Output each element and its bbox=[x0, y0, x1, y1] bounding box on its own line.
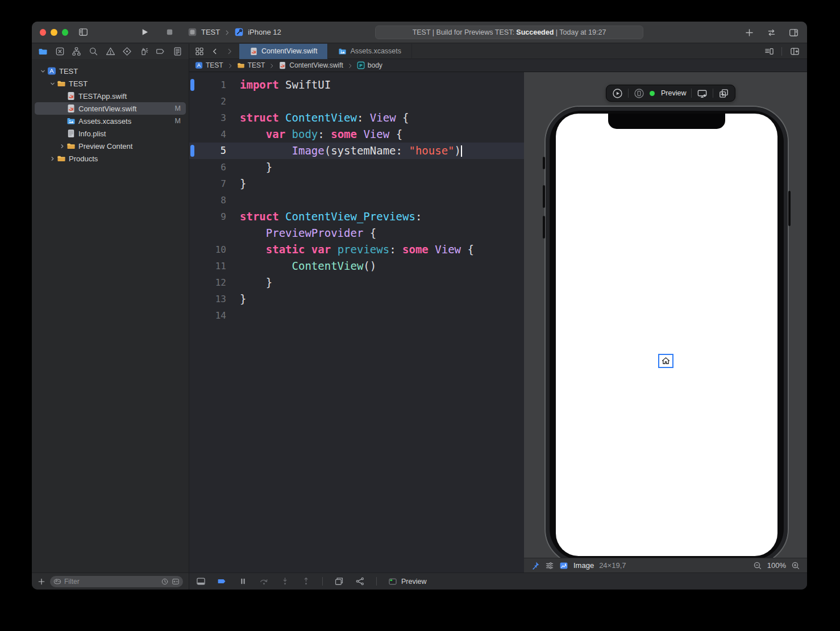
zoom-window-button[interactable] bbox=[62, 29, 68, 36]
jumpbar-item[interactable]: TEST bbox=[248, 61, 265, 69]
related-items-grid-icon[interactable] bbox=[195, 47, 204, 56]
line-number[interactable]: 6 bbox=[196, 159, 226, 175]
project-navigator-icon[interactable] bbox=[38, 47, 48, 56]
line-number[interactable]: 5 bbox=[196, 143, 226, 159]
source-control-filter-icon[interactable] bbox=[172, 578, 180, 586]
editor-options-icon[interactable] bbox=[763, 45, 775, 57]
run-button[interactable] bbox=[139, 27, 150, 38]
symbol-navigator-icon[interactable] bbox=[72, 47, 81, 56]
add-editor-icon[interactable] bbox=[789, 45, 800, 57]
code-text[interactable]: struct ContentView_Previews: bbox=[226, 208, 422, 225]
disclosure-open-icon[interactable] bbox=[39, 67, 47, 75]
code-line-13[interactable]: 13} bbox=[189, 291, 524, 307]
recent-clock-icon[interactable] bbox=[161, 578, 169, 586]
test-navigator-icon[interactable] bbox=[122, 47, 132, 56]
forward-chevron-icon[interactable] bbox=[226, 47, 234, 55]
source-editor[interactable]: 1import SwiftUI23struct ContentView: Vie… bbox=[189, 72, 524, 573]
line-number[interactable]: 11 bbox=[196, 258, 226, 274]
line-number[interactable]: 14 bbox=[196, 307, 226, 324]
inspector-toggle-icon[interactable] bbox=[788, 27, 799, 38]
minimize-window-button[interactable] bbox=[51, 29, 57, 36]
sidebar-item-contentview-swift[interactable]: ContentView.swiftM bbox=[35, 102, 186, 115]
code-text[interactable] bbox=[226, 93, 240, 110]
code-text[interactable]: ContentView() bbox=[226, 258, 376, 274]
code-line-3[interactable]: 3struct ContentView: View { bbox=[189, 110, 524, 126]
code-line-1[interactable]: 1import SwiftUI bbox=[189, 77, 524, 93]
sidebar-item-testapp-swift[interactable]: TESTApp.swift bbox=[35, 90, 186, 102]
navigator-toggle-icon[interactable] bbox=[77, 27, 89, 38]
code-line-11[interactable]: 11 ContentView() bbox=[189, 258, 524, 274]
code-line-5[interactable]: 5 Image(systemName: "house") bbox=[189, 143, 524, 159]
code-text[interactable]: } bbox=[226, 274, 272, 291]
line-number[interactable]: 10 bbox=[196, 241, 226, 258]
code-text[interactable] bbox=[226, 192, 240, 208]
code-line-14[interactable]: 14 bbox=[189, 307, 524, 324]
line-number[interactable]: 8 bbox=[196, 192, 226, 208]
find-navigator-icon[interactable] bbox=[89, 47, 98, 56]
stop-button[interactable] bbox=[164, 27, 175, 38]
hide-debug-area-icon[interactable] bbox=[196, 576, 206, 586]
line-number[interactable]: 13 bbox=[196, 291, 226, 307]
report-navigator-icon[interactable] bbox=[173, 47, 182, 56]
close-window-button[interactable] bbox=[40, 29, 46, 36]
code-line-10[interactable]: 10 static var previews: some View { bbox=[189, 241, 524, 258]
code-text[interactable] bbox=[226, 307, 240, 324]
breakpoint-navigator-icon[interactable] bbox=[156, 47, 165, 56]
step-out-icon[interactable] bbox=[301, 576, 311, 586]
editor-swap-arrows-icon[interactable] bbox=[766, 27, 777, 38]
code-text[interactable]: import SwiftUI bbox=[226, 77, 331, 93]
add-file-plus-icon[interactable] bbox=[38, 578, 45, 586]
line-number[interactable]: 12 bbox=[196, 274, 226, 291]
display-settings-icon[interactable] bbox=[697, 88, 708, 99]
preview-on-device-icon[interactable] bbox=[634, 88, 644, 99]
line-number[interactable]: 7 bbox=[196, 175, 226, 192]
view-hierarchy-icon[interactable] bbox=[334, 576, 344, 586]
line-number[interactable]: 4 bbox=[196, 126, 226, 143]
code-line-4[interactable]: 4 var body: some View { bbox=[189, 126, 524, 143]
pause-icon[interactable] bbox=[238, 576, 248, 586]
step-over-icon[interactable] bbox=[259, 576, 269, 586]
sidebar-item-test[interactable]: TEST bbox=[35, 65, 186, 77]
code-text[interactable]: } bbox=[226, 291, 246, 307]
code-text[interactable]: } bbox=[226, 175, 246, 192]
code-text[interactable]: static var previews: some View { bbox=[226, 241, 474, 258]
live-preview-play-icon[interactable] bbox=[612, 88, 623, 99]
preview-inspector-sliders-icon[interactable] bbox=[545, 561, 554, 570]
line-number[interactable] bbox=[196, 225, 226, 241]
filter-input[interactable]: Filter bbox=[50, 576, 183, 587]
code-line-7[interactable]: 7} bbox=[189, 175, 524, 192]
breakpoints-icon[interactable] bbox=[217, 576, 227, 586]
zoom-level[interactable]: 100% bbox=[767, 561, 786, 570]
library-plus-icon[interactable] bbox=[743, 27, 755, 38]
line-number[interactable]: 1 bbox=[196, 77, 226, 93]
jump-bar[interactable]: TESTTESTContentView.swiftPbody bbox=[189, 59, 807, 72]
tab-ContentView.swift[interactable]: ContentView.swift bbox=[239, 44, 328, 59]
sidebar-item-preview-content[interactable]: Preview Content bbox=[35, 140, 186, 152]
jumpbar-item[interactable]: TEST bbox=[206, 61, 223, 69]
line-number[interactable]: 3 bbox=[196, 110, 226, 126]
duplicate-preview-icon[interactable] bbox=[718, 88, 729, 99]
step-into-icon[interactable] bbox=[280, 576, 290, 586]
code-text[interactable]: struct ContentView: View { bbox=[226, 110, 409, 126]
disclosure-open-icon[interactable] bbox=[48, 80, 56, 87]
source-control-navigator-icon[interactable] bbox=[55, 47, 65, 56]
issue-navigator-icon[interactable] bbox=[106, 47, 115, 56]
line-number[interactable]: 2 bbox=[196, 93, 226, 110]
pin-preview-icon[interactable] bbox=[531, 561, 540, 570]
code-text[interactable]: Image(systemName: "house") bbox=[226, 143, 462, 159]
line-number[interactable]: 9 bbox=[196, 208, 226, 225]
code-line-9[interactable]: 9struct ContentView_Previews: bbox=[189, 208, 524, 225]
zoom-out-icon[interactable] bbox=[753, 561, 762, 570]
memory-graph-icon[interactable] bbox=[355, 576, 365, 586]
code-line-wrap[interactable]: PreviewProvider { bbox=[189, 225, 524, 241]
disclosure-closed-icon[interactable] bbox=[58, 142, 66, 150]
house-symbol-selection[interactable] bbox=[658, 354, 673, 368]
code-text[interactable]: var body: some View { bbox=[226, 126, 402, 143]
tab-Assets.xcassets[interactable]: Assets.xcassets bbox=[328, 44, 412, 59]
sidebar-item-info-plist[interactable]: Info.plist bbox=[35, 127, 186, 140]
back-chevron-icon[interactable] bbox=[211, 47, 219, 55]
disclosure-closed-icon[interactable] bbox=[48, 154, 56, 162]
console-process[interactable]: Preview bbox=[388, 577, 426, 586]
code-line-8[interactable]: 8 bbox=[189, 192, 524, 208]
zoom-in-icon[interactable] bbox=[791, 561, 800, 570]
